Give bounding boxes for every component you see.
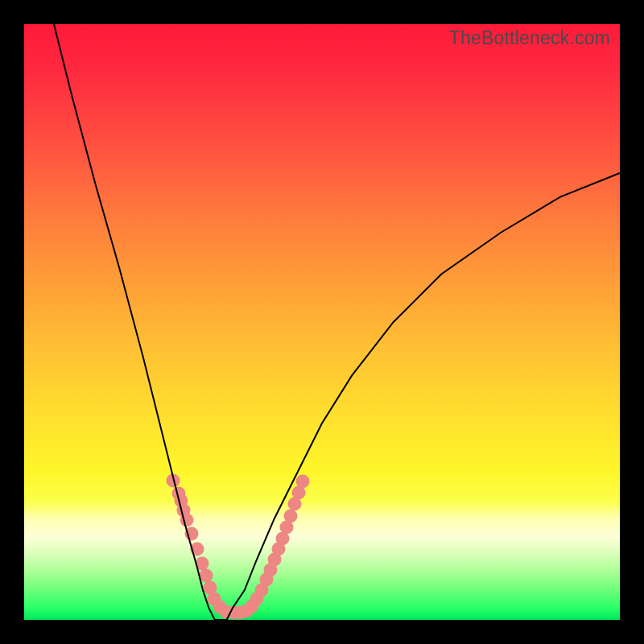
bottleneck-curve — [54, 24, 620, 620]
highlight-dot — [284, 510, 298, 523]
chart-plot-area: TheBottleneck.com — [24, 24, 620, 620]
highlight-dot — [296, 475, 310, 489]
highlight-right — [240, 475, 310, 618]
curve-svg — [24, 24, 620, 620]
highlight-dot — [200, 569, 213, 583]
